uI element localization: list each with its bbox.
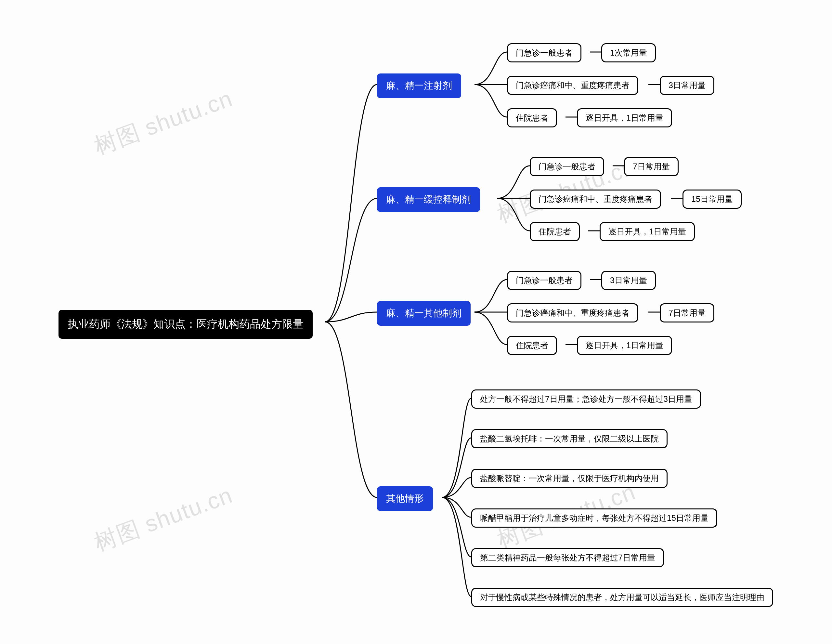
leaf: 处方一般不得超过7日用量；急诊处方一般不得超过3日用量 [471, 389, 701, 409]
leaf-text: 住院患者 [516, 112, 548, 123]
leaf: 3日常用量 [660, 76, 714, 95]
root-label: 执业药师《法规》知识点：医疗机构药品处方限量 [67, 317, 304, 332]
leaf-text: 逐日开具，1日常用量 [586, 112, 663, 123]
leaf-text: 对于慢性病或某些特殊情况的患者，处方用量可以适当延长，医师应当注明理由 [480, 592, 765, 603]
cat-label: 麻、精一注射剂 [386, 79, 452, 92]
leaf: 门急诊一般患者 [507, 43, 581, 62]
leaf: 门急诊一般患者 [507, 271, 581, 290]
leaf: 门急诊癌痛和中、重度疼痛患者 [530, 189, 661, 209]
leaf: 3日常用量 [601, 271, 656, 290]
leaf-text: 7日常用量 [669, 308, 706, 318]
leaf-text: 盐酸二氢埃托啡：一次常用量，仅限二级以上医院 [480, 433, 659, 444]
leaf-text: 处方一般不得超过7日用量；急诊处方一般不得超过3日用量 [480, 394, 692, 404]
cat-other-situations: 其他情形 [377, 486, 433, 511]
leaf: 门急诊一般患者 [530, 157, 604, 176]
leaf-text: 门急诊一般患者 [516, 275, 573, 286]
leaf: 第二类精神药品一般每张处方不得超过7日常用量 [471, 548, 664, 567]
cat-sustained: 麻、精一缓控释制剂 [377, 187, 480, 212]
leaf-text: 逐日开具，1日常用量 [608, 226, 686, 237]
leaf-text: 门急诊癌痛和中、重度疼痛患者 [539, 194, 652, 205]
leaf-text: 哌醋甲酯用于治疗儿童多动症时，每张处方不得超过15日常用量 [480, 513, 709, 523]
leaf: 7日常用量 [624, 157, 678, 176]
cat-label: 麻、精一缓控释制剂 [386, 193, 471, 206]
leaf-text: 3日常用量 [669, 80, 706, 91]
leaf: 住院患者 [507, 336, 557, 355]
leaf-text: 盐酸哌替啶：一次常用量，仅限于医疗机构内使用 [480, 473, 659, 484]
leaf: 1次常用量 [601, 43, 656, 62]
leaf: 逐日开具，1日常用量 [577, 108, 672, 127]
leaf-text: 门急诊癌痛和中、重度疼痛患者 [516, 80, 630, 91]
leaf-text: 3日常用量 [610, 275, 647, 286]
leaf-text: 1次常用量 [610, 48, 647, 58]
leaf-text: 住院患者 [516, 340, 548, 351]
leaf-text: 第二类精神药品一般每张处方不得超过7日常用量 [480, 552, 655, 563]
leaf: 7日常用量 [660, 303, 714, 322]
cat-injection: 麻、精一注射剂 [377, 74, 461, 98]
leaf-text: 7日常用量 [633, 161, 670, 172]
watermark: 树图 shutu.cn [90, 83, 237, 162]
leaf: 15日常用量 [683, 189, 742, 209]
leaf-text: 住院患者 [539, 226, 571, 237]
cat-label: 其他情形 [386, 492, 424, 505]
leaf: 门急诊癌痛和中、重度疼痛患者 [507, 76, 638, 95]
leaf-text: 逐日开具，1日常用量 [586, 340, 663, 351]
leaf: 门急诊癌痛和中、重度疼痛患者 [507, 303, 638, 322]
cat-other-form: 麻、精一其他制剂 [377, 301, 470, 326]
leaf: 盐酸哌替啶：一次常用量，仅限于医疗机构内使用 [471, 469, 667, 488]
cat-label: 麻、精一其他制剂 [386, 307, 461, 320]
leaf-text: 门急诊一般患者 [539, 161, 595, 172]
leaf: 住院患者 [530, 222, 580, 241]
leaf-text: 15日常用量 [691, 194, 733, 205]
leaf: 逐日开具，1日常用量 [600, 222, 695, 241]
root-node: 执业药师《法规》知识点：医疗机构药品处方限量 [59, 310, 313, 339]
leaf: 逐日开具，1日常用量 [577, 336, 672, 355]
leaf: 对于慢性病或某些特殊情况的患者，处方用量可以适当延长，医师应当注明理由 [471, 588, 773, 607]
leaf-text: 门急诊一般患者 [516, 48, 573, 58]
leaf: 盐酸二氢埃托啡：一次常用量，仅限二级以上医院 [471, 429, 667, 448]
leaf: 哌醋甲酯用于治疗儿童多动症时，每张处方不得超过15日常用量 [471, 508, 717, 528]
leaf: 住院患者 [507, 108, 557, 127]
watermark: 树图 shutu.cn [90, 480, 237, 559]
leaf-text: 门急诊癌痛和中、重度疼痛患者 [516, 308, 630, 318]
